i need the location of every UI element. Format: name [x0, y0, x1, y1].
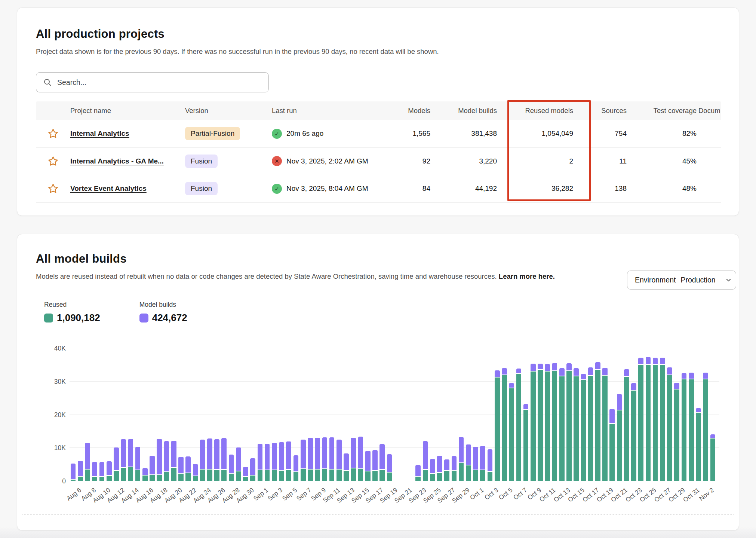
- bar-segment-model-builds: [646, 357, 651, 365]
- project-name-link[interactable]: Vortex Event Analytics: [70, 184, 147, 192]
- bar-segment-model-builds: [552, 363, 557, 371]
- chart-bar: [495, 370, 500, 481]
- bar-segment-reused: [171, 468, 176, 481]
- bar-segment-model-builds: [135, 447, 141, 470]
- test-coverage-cell: 45%: [627, 157, 697, 165]
- chart-bar: [415, 465, 421, 481]
- bar-segment-model-builds: [157, 439, 162, 475]
- model-builds-cell: 44,192: [430, 184, 497, 193]
- chart-bar: [107, 461, 112, 481]
- bar-segment-reused: [150, 475, 155, 481]
- bar-segment-reused: [624, 377, 629, 481]
- last-run-text: Nov 3, 2025, 2:02 AM GM: [286, 157, 368, 165]
- learn-more-link[interactable]: Learn more here.: [499, 272, 555, 280]
- chart-bar: [164, 441, 169, 481]
- bar-segment-model-builds: [595, 362, 600, 370]
- chart-bar: [689, 373, 694, 481]
- environment-dropdown[interactable]: Environment Production: [627, 270, 736, 290]
- bar-segment-model-builds: [523, 404, 529, 410]
- bar-segment-reused: [99, 477, 105, 481]
- chart-bar: [71, 464, 76, 481]
- bar-segment-reused: [164, 472, 169, 481]
- chart-bar: [207, 438, 212, 481]
- bar-segment-model-builds: [682, 373, 687, 379]
- chart-bar: [185, 456, 191, 481]
- x-tick-label: Oct 17: [581, 486, 600, 504]
- bar-segment-model-builds: [660, 358, 665, 365]
- bar-segment-model-builds: [272, 443, 277, 470]
- sources-cell: 11: [573, 157, 627, 165]
- bar-segment-model-builds: [624, 369, 629, 377]
- x-tick-label: Sep 3: [267, 486, 284, 502]
- bar-segment-reused: [178, 474, 184, 481]
- chart-plot: [70, 348, 716, 481]
- project-name-link[interactable]: Internal Analytics - GA Me...: [70, 157, 164, 165]
- bar-segment-model-builds: [229, 455, 234, 474]
- bar-segment-model-builds: [207, 438, 212, 470]
- search-input[interactable]: [57, 78, 262, 87]
- x-tick-label: Aug 6: [65, 486, 83, 502]
- chart-bar: [114, 447, 119, 481]
- bar-segment-reused: [516, 374, 522, 481]
- favorite-star-button[interactable]: [47, 127, 59, 140]
- chart-bar: [581, 374, 586, 481]
- x-tick-label: Oct 25: [639, 486, 658, 504]
- x-tick-label: Oct 1: [469, 486, 485, 502]
- bar-segment-reused: [243, 477, 248, 481]
- bar-segment-model-builds: [653, 358, 658, 365]
- project-search[interactable]: [36, 72, 269, 92]
- search-icon: [43, 78, 52, 87]
- bar-segment-model-builds: [480, 446, 485, 470]
- bar-segment-reused: [452, 471, 457, 481]
- bar-segment-model-builds: [617, 394, 622, 410]
- bar-segment-reused: [617, 410, 622, 481]
- chart-bar: [682, 373, 687, 481]
- favorite-star-button[interactable]: [47, 155, 59, 168]
- chart-bar: [466, 444, 471, 481]
- models-cell: 1,565: [382, 129, 430, 138]
- column-header-version: Version: [185, 107, 272, 115]
- chart-bar: [423, 441, 428, 481]
- projects-table: Project nameVersionLast runModelsModel b…: [36, 101, 721, 203]
- x-tick-label: Sep 1: [252, 486, 270, 502]
- chart-bar: [696, 408, 701, 481]
- column-header-model-builds: Model builds: [430, 107, 497, 115]
- chart-bar: [459, 437, 464, 481]
- bar-segment-model-builds: [99, 462, 105, 477]
- bar-segment-reused: [114, 471, 119, 481]
- chart-bar: [552, 363, 557, 481]
- models-cell: 84: [382, 184, 430, 193]
- bar-segment-model-builds: [171, 441, 176, 468]
- bar-segment-reused: [531, 372, 536, 481]
- model-builds-cell: 381,438: [430, 129, 497, 138]
- version-cell: Partial-Fusion: [185, 127, 272, 140]
- bar-segment-reused: [495, 377, 500, 481]
- project-name-link[interactable]: Internal Analytics: [70, 129, 129, 137]
- project-name-cell: Internal Analytics - GA Me...: [70, 157, 185, 165]
- bar-segment-model-builds: [444, 459, 449, 471]
- chart-bar: [243, 467, 248, 481]
- column-header-documentation: Docum: [697, 107, 721, 115]
- chart-bar: [229, 455, 234, 481]
- column-header-test-coverage: Test coverage: [627, 107, 697, 115]
- bar-segment-model-builds: [78, 461, 83, 477]
- last-run-text: 20m 6s ago: [286, 129, 323, 138]
- y-tick-label: 10K: [54, 444, 66, 452]
- chart-bar: [200, 440, 205, 481]
- bar-segment-reused: [609, 424, 615, 481]
- bar-segment-model-builds: [602, 368, 608, 376]
- chart-bar: [646, 357, 651, 481]
- favorite-star-button[interactable]: [47, 182, 59, 195]
- chart-bottom-divider: [22, 514, 734, 515]
- star-icon: [47, 156, 59, 167]
- chart-bar: [559, 368, 565, 481]
- bar-segment-model-builds: [315, 438, 320, 470]
- bar-segment-model-builds: [344, 453, 349, 471]
- chart-bar: [171, 441, 176, 481]
- legend-reused: Reused 1,090,182: [44, 301, 100, 324]
- bar-segment-model-builds: [279, 442, 284, 471]
- bar-segment-reused: [185, 473, 191, 481]
- bar-segment-reused: [315, 470, 320, 481]
- chart-bar: [444, 459, 449, 481]
- reused-models-cell: 1,054,049: [497, 129, 573, 138]
